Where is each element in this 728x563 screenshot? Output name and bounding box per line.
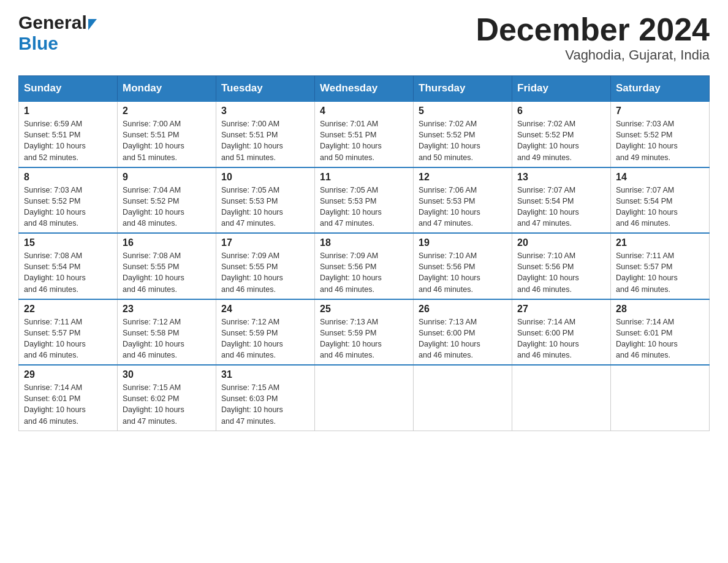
calendar-day-cell: 16Sunrise: 7:08 AMSunset: 5:55 PMDayligh… <box>118 233 216 299</box>
calendar-day-cell: 17Sunrise: 7:09 AMSunset: 5:55 PMDayligh… <box>216 233 315 299</box>
calendar-day-cell: 10Sunrise: 7:05 AMSunset: 5:53 PMDayligh… <box>216 167 315 234</box>
calendar-day-cell: 13Sunrise: 7:07 AMSunset: 5:54 PMDayligh… <box>512 167 611 234</box>
calendar-day-cell: 15Sunrise: 7:08 AMSunset: 5:54 PMDayligh… <box>19 233 118 299</box>
day-info: Sunrise: 7:09 AMSunset: 5:55 PMDaylight:… <box>221 250 309 295</box>
calendar-day-cell <box>512 365 611 431</box>
calendar-day-cell: 6Sunrise: 7:02 AMSunset: 5:52 PMDaylight… <box>512 101 611 167</box>
logo: General Blue <box>18 12 97 54</box>
calendar-week-row: 15Sunrise: 7:08 AMSunset: 5:54 PMDayligh… <box>19 233 710 299</box>
weekday-header: Monday <box>118 76 216 102</box>
calendar-day-cell: 27Sunrise: 7:14 AMSunset: 6:00 PMDayligh… <box>512 299 611 366</box>
day-number: 28 <box>616 304 704 315</box>
day-info: Sunrise: 7:08 AMSunset: 5:54 PMDaylight:… <box>24 250 112 295</box>
calendar-week-row: 29Sunrise: 7:14 AMSunset: 6:01 PMDayligh… <box>19 365 710 431</box>
day-number: 9 <box>123 172 211 183</box>
calendar-day-cell: 14Sunrise: 7:07 AMSunset: 5:54 PMDayligh… <box>611 167 710 234</box>
day-number: 15 <box>24 237 112 248</box>
day-number: 10 <box>221 172 309 183</box>
day-info: Sunrise: 7:13 AMSunset: 6:00 PMDaylight:… <box>419 316 507 361</box>
day-info: Sunrise: 7:07 AMSunset: 5:54 PMDaylight:… <box>517 185 605 229</box>
calendar-day-cell: 25Sunrise: 7:13 AMSunset: 5:59 PMDayligh… <box>315 299 414 366</box>
day-info: Sunrise: 7:09 AMSunset: 5:56 PMDaylight:… <box>320 250 408 295</box>
day-info: Sunrise: 7:13 AMSunset: 5:59 PMDaylight:… <box>320 316 408 361</box>
calendar-title: December 2024 <box>476 12 710 47</box>
calendar-day-cell <box>414 365 512 431</box>
calendar-day-cell: 18Sunrise: 7:09 AMSunset: 5:56 PMDayligh… <box>315 233 414 299</box>
logo-blue-text: Blue <box>18 33 58 54</box>
calendar-day-cell <box>611 365 710 431</box>
day-number: 7 <box>616 105 704 117</box>
weekday-header: Tuesday <box>216 76 315 102</box>
calendar-header-row: SundayMondayTuesdayWednesdayThursdayFrid… <box>19 76 710 102</box>
day-number: 25 <box>320 304 408 315</box>
calendar-week-row: 22Sunrise: 7:11 AMSunset: 5:57 PMDayligh… <box>19 299 710 366</box>
day-number: 22 <box>24 304 112 315</box>
day-number: 8 <box>24 172 112 183</box>
day-info: Sunrise: 7:11 AMSunset: 5:57 PMDaylight:… <box>24 316 112 361</box>
day-number: 24 <box>221 304 309 315</box>
day-info: Sunrise: 7:12 AMSunset: 5:59 PMDaylight:… <box>221 316 309 361</box>
day-info: Sunrise: 7:10 AMSunset: 5:56 PMDaylight:… <box>419 250 507 295</box>
calendar-day-cell: 11Sunrise: 7:05 AMSunset: 5:53 PMDayligh… <box>315 167 414 234</box>
calendar-day-cell: 30Sunrise: 7:15 AMSunset: 6:02 PMDayligh… <box>118 365 216 431</box>
day-number: 31 <box>221 369 309 380</box>
day-info: Sunrise: 7:14 AMSunset: 6:01 PMDaylight:… <box>24 382 112 427</box>
calendar-week-row: 1Sunrise: 6:59 AMSunset: 5:51 PMDaylight… <box>19 101 710 167</box>
calendar-day-cell: 26Sunrise: 7:13 AMSunset: 6:00 PMDayligh… <box>414 299 512 366</box>
day-number: 26 <box>419 304 507 315</box>
calendar-day-cell: 12Sunrise: 7:06 AMSunset: 5:53 PMDayligh… <box>414 167 512 234</box>
day-number: 4 <box>320 105 408 117</box>
calendar-day-cell <box>315 365 414 431</box>
logo-arrow-icon <box>88 19 97 30</box>
day-info: Sunrise: 7:08 AMSunset: 5:55 PMDaylight:… <box>123 250 211 295</box>
calendar-day-cell: 22Sunrise: 7:11 AMSunset: 5:57 PMDayligh… <box>19 299 118 366</box>
calendar-day-cell: 21Sunrise: 7:11 AMSunset: 5:57 PMDayligh… <box>611 233 710 299</box>
day-info: Sunrise: 7:04 AMSunset: 5:52 PMDaylight:… <box>123 185 211 229</box>
day-number: 21 <box>616 237 704 248</box>
day-number: 1 <box>24 105 112 117</box>
day-number: 30 <box>123 369 211 380</box>
day-info: Sunrise: 6:59 AMSunset: 5:51 PMDaylight:… <box>24 118 112 163</box>
day-info: Sunrise: 7:15 AMSunset: 6:03 PMDaylight:… <box>221 382 309 427</box>
calendar-day-cell: 24Sunrise: 7:12 AMSunset: 5:59 PMDayligh… <box>216 299 315 366</box>
day-info: Sunrise: 7:03 AMSunset: 5:52 PMDaylight:… <box>616 118 704 163</box>
calendar-day-cell: 29Sunrise: 7:14 AMSunset: 6:01 PMDayligh… <box>19 365 118 431</box>
day-number: 17 <box>221 237 309 248</box>
calendar-day-cell: 7Sunrise: 7:03 AMSunset: 5:52 PMDaylight… <box>611 101 710 167</box>
day-number: 27 <box>517 304 605 315</box>
day-number: 18 <box>320 237 408 248</box>
weekday-header: Sunday <box>19 76 118 102</box>
day-info: Sunrise: 7:11 AMSunset: 5:57 PMDaylight:… <box>616 250 704 295</box>
calendar-day-cell: 9Sunrise: 7:04 AMSunset: 5:52 PMDaylight… <box>118 167 216 234</box>
day-number: 12 <box>419 172 507 183</box>
calendar-day-cell: 23Sunrise: 7:12 AMSunset: 5:58 PMDayligh… <box>118 299 216 366</box>
day-info: Sunrise: 7:02 AMSunset: 5:52 PMDaylight:… <box>419 118 507 163</box>
page-header: General Blue December 2024 Vaghodia, Guj… <box>18 12 710 63</box>
calendar-day-cell: 4Sunrise: 7:01 AMSunset: 5:51 PMDaylight… <box>315 101 414 167</box>
calendar-table: SundayMondayTuesdayWednesdayThursdayFrid… <box>18 75 710 431</box>
calendar-day-cell: 3Sunrise: 7:00 AMSunset: 5:51 PMDaylight… <box>216 101 315 167</box>
calendar-subtitle: Vaghodia, Gujarat, India <box>476 47 710 63</box>
logo-general-text: General <box>18 12 87 33</box>
day-number: 23 <box>123 304 211 315</box>
calendar-title-area: December 2024 Vaghodia, Gujarat, India <box>476 12 710 63</box>
day-number: 14 <box>616 172 704 183</box>
day-info: Sunrise: 7:06 AMSunset: 5:53 PMDaylight:… <box>419 185 507 229</box>
day-info: Sunrise: 7:03 AMSunset: 5:52 PMDaylight:… <box>24 185 112 229</box>
day-number: 16 <box>123 237 211 248</box>
day-number: 11 <box>320 172 408 183</box>
day-info: Sunrise: 7:05 AMSunset: 5:53 PMDaylight:… <box>221 185 309 229</box>
calendar-day-cell: 2Sunrise: 7:00 AMSunset: 5:51 PMDaylight… <box>118 101 216 167</box>
day-info: Sunrise: 7:00 AMSunset: 5:51 PMDaylight:… <box>123 118 211 163</box>
day-number: 5 <box>419 105 507 117</box>
day-info: Sunrise: 7:10 AMSunset: 5:56 PMDaylight:… <box>517 250 605 295</box>
weekday-header: Thursday <box>414 76 512 102</box>
calendar-day-cell: 19Sunrise: 7:10 AMSunset: 5:56 PMDayligh… <box>414 233 512 299</box>
day-info: Sunrise: 7:12 AMSunset: 5:58 PMDaylight:… <box>123 316 211 361</box>
day-number: 20 <box>517 237 605 248</box>
day-info: Sunrise: 7:05 AMSunset: 5:53 PMDaylight:… <box>320 185 408 229</box>
day-number: 6 <box>517 105 605 117</box>
day-number: 29 <box>24 369 112 380</box>
calendar-day-cell: 31Sunrise: 7:15 AMSunset: 6:03 PMDayligh… <box>216 365 315 431</box>
day-info: Sunrise: 7:00 AMSunset: 5:51 PMDaylight:… <box>221 118 309 163</box>
